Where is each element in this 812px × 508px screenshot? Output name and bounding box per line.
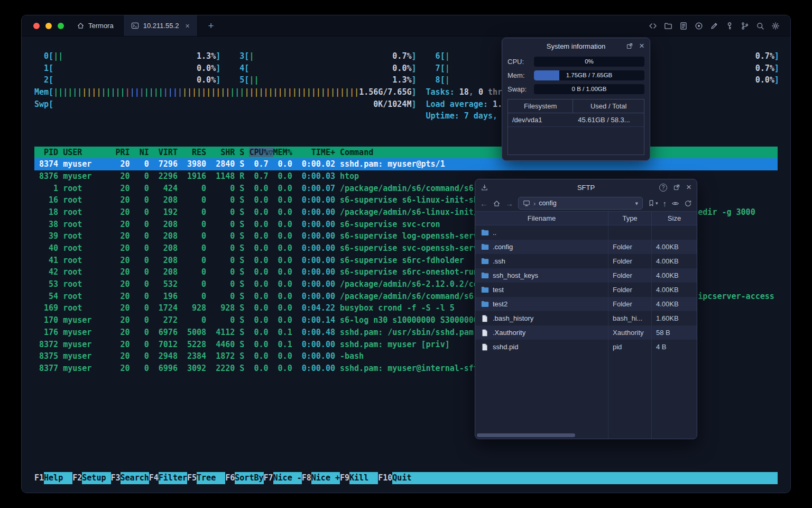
close-icon[interactable]: ×: [639, 42, 644, 50]
fkey-action-f9[interactable]: Kill: [349, 472, 378, 484]
file-type: bash_hi...: [608, 314, 651, 322]
path-breadcrumb[interactable]: › config ▾: [518, 197, 643, 210]
open-in-new-window-icon[interactable]: [626, 42, 633, 50]
macos-zoom-button[interactable]: [58, 23, 64, 29]
file-row[interactable]: .configFolder4.00KB: [475, 240, 697, 254]
fkey-f9[interactable]: F9: [340, 472, 349, 484]
record-icon[interactable]: [695, 22, 703, 30]
filename-column-header[interactable]: Filename: [475, 214, 608, 222]
file-name: .ssh: [493, 257, 505, 265]
download-icon[interactable]: [481, 184, 488, 192]
fkey-action-f7[interactable]: Nice -: [273, 472, 302, 484]
fkey-action-f2[interactable]: Setup: [82, 472, 110, 484]
folder-icon: [481, 229, 489, 236]
help-icon[interactable]: ?: [659, 184, 667, 192]
filesystem-usage: 45.61GB / 58.3...: [573, 116, 644, 124]
file-table-header[interactable]: Filename Type Size: [475, 211, 697, 225]
fkey-f2[interactable]: F2: [72, 472, 82, 484]
back-icon[interactable]: ←: [480, 199, 488, 208]
tab-close-icon[interactable]: ×: [185, 22, 189, 30]
show-hidden-files-icon[interactable]: [671, 199, 679, 207]
fkey-action-f6[interactable]: SortBy: [235, 472, 263, 484]
file-row[interactable]: ssh_host_keysFolder4.00KB: [475, 268, 697, 283]
file-name: .bash_history: [493, 314, 533, 322]
titlebar: Termora 10.211.55.2 × +: [22, 15, 790, 37]
file-type: Folder: [608, 243, 651, 251]
fkey-action-f5[interactable]: Tree: [197, 472, 225, 484]
open-in-new-window-icon[interactable]: [673, 184, 680, 191]
system-information-panel: System information × CPU: 0% Mem: 1.75GB…: [502, 38, 650, 161]
fkey-f3[interactable]: F3: [111, 472, 121, 484]
edit-icon[interactable]: [710, 22, 718, 30]
chevron-down-icon[interactable]: ▾: [635, 200, 638, 207]
mem-label: Mem:: [508, 71, 530, 79]
new-tab-button[interactable]: +: [205, 15, 217, 36]
file-type: pid: [608, 343, 651, 351]
filesystem-table-header: Filesystem Used / Total: [508, 99, 644, 113]
close-icon[interactable]: ×: [686, 184, 691, 191]
htop-table-header[interactable]: PID USER PRI NI VIRT RES SHR S CPU%▽MEM%…: [34, 147, 778, 159]
process-row-selected[interactable]: 8374 myuser 20 0 7296 3980 2840 S 0.7 0.…: [34, 158, 778, 170]
file-row[interactable]: .bash_historybash_hi...1.60KB: [475, 311, 697, 325]
macos-close-button[interactable]: [33, 23, 40, 29]
chevron-down-icon[interactable]: ▾: [656, 201, 658, 206]
mem-usage-bar: 1.75GB / 7.65GB: [534, 70, 644, 80]
panel-header[interactable]: SFTP ? ×: [475, 179, 697, 195]
file-row[interactable]: sshd.pidpid4 B: [475, 340, 697, 354]
fkey-f10[interactable]: F10: [378, 472, 392, 484]
home-icon[interactable]: [493, 199, 501, 207]
computer-icon: [523, 199, 530, 207]
file-row[interactable]: ..: [475, 225, 697, 240]
branch-icon[interactable]: [741, 22, 749, 30]
terminal-line: Uptime: 7 days, 16:20:41: [34, 110, 778, 122]
file-size: 4.00KB: [651, 243, 697, 251]
app-label[interactable]: Termora: [77, 15, 114, 36]
refresh-icon[interactable]: [684, 199, 692, 207]
fkey-action-f4[interactable]: Filter: [159, 472, 187, 484]
settings-icon[interactable]: [771, 22, 780, 30]
fkey-f7[interactable]: F7: [264, 472, 273, 484]
tab-title: 10.211.55.2: [143, 22, 179, 30]
file-row[interactable]: .sshFolder4.00KB: [475, 254, 697, 268]
panel-header[interactable]: System information ×: [502, 38, 650, 54]
header-sort-column[interactable]: CPU%▽: [249, 148, 273, 157]
fkey-action-f1[interactable]: Help: [44, 472, 72, 484]
session-tab[interactable]: 10.211.55.2 ×: [123, 15, 198, 36]
scrollbar-thumb[interactable]: [477, 433, 575, 437]
fkey-f6[interactable]: F6: [225, 472, 235, 484]
bookmark-icon[interactable]: ▾: [648, 199, 658, 207]
macos-minimize-button[interactable]: [45, 23, 52, 29]
type-column-header[interactable]: Type: [608, 212, 651, 225]
horizontal-scrollbar[interactable]: [477, 433, 695, 437]
swap-usage-value: 0 B / 1.00GB: [534, 84, 644, 94]
file-size: 1.60KB: [651, 314, 697, 322]
fkey-action-f10[interactable]: Quit: [392, 472, 421, 484]
file-row[interactable]: testFolder4.00KB: [475, 283, 697, 297]
window-toolbar: [649, 15, 790, 36]
log-icon[interactable]: [679, 22, 688, 30]
file-type: Folder: [608, 257, 651, 265]
fkey-action-f3[interactable]: Search: [121, 472, 149, 484]
forward-icon[interactable]: →: [505, 199, 513, 208]
key-icon[interactable]: [725, 22, 734, 30]
home-icon: [77, 22, 85, 30]
filesystem-row[interactable]: /dev/vda1 45.61GB / 58.3...: [508, 113, 644, 127]
file-type: Folder: [608, 300, 651, 308]
size-column-header[interactable]: Size: [651, 212, 697, 225]
search-icon[interactable]: [756, 22, 764, 30]
function-bar-filler: [421, 472, 778, 484]
cpu-usage-bar: 0%: [534, 57, 644, 67]
fkey-f1[interactable]: F1: [34, 472, 44, 484]
file-row[interactable]: test2Folder4.00KB: [475, 297, 697, 311]
folder-icon[interactable]: [664, 22, 672, 30]
fkey-f4[interactable]: F4: [149, 472, 159, 484]
code-icon[interactable]: [649, 22, 657, 30]
up-directory-icon[interactable]: ↑: [663, 199, 667, 208]
fkey-f8[interactable]: F8: [302, 472, 311, 484]
current-directory[interactable]: config: [539, 199, 556, 207]
file-list: ...configFolder4.00KB.sshFolder4.00KBssh…: [475, 225, 697, 439]
fkey-f5[interactable]: F5: [187, 472, 197, 484]
fkey-action-f8[interactable]: Nice +: [311, 472, 340, 484]
file-row[interactable]: .XauthorityXauthority58 B: [475, 325, 697, 340]
file-name: ..: [493, 229, 496, 237]
